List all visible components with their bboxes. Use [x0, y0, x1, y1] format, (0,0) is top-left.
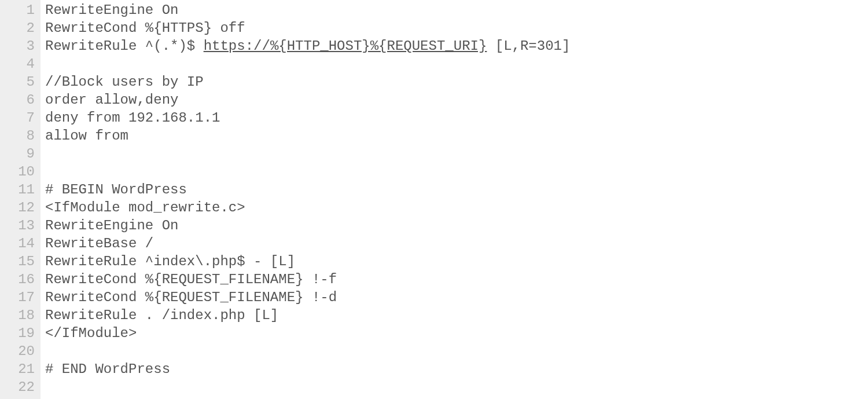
code-text-segment: RewriteRule . /index.php [L]: [45, 308, 278, 323]
code-line[interactable]: //Block users by IP: [45, 73, 868, 91]
code-line[interactable]: deny from 192.168.1.1: [45, 109, 868, 127]
line-number: 3: [0, 37, 41, 55]
code-area[interactable]: RewriteEngine OnRewriteCond %{HTTPS} off…: [41, 0, 868, 399]
code-text-segment: <IfModule mod_rewrite.c>: [45, 200, 245, 215]
code-line[interactable]: [45, 163, 868, 181]
code-line[interactable]: RewriteRule . /index.php [L]: [45, 306, 868, 324]
line-number-gutter: 12345678910111213141516171819202122: [0, 0, 41, 399]
code-text-segment: # BEGIN WordPress: [45, 182, 187, 197]
line-number: 13: [0, 217, 41, 235]
code-text-segment: RewriteCond %{HTTPS} off: [45, 20, 245, 36]
code-text-segment: RewriteCond %{REQUEST_FILENAME} !-f: [45, 272, 337, 287]
code-text-segment: RewriteEngine On: [45, 218, 178, 233]
code-line[interactable]: # BEGIN WordPress: [45, 181, 868, 199]
code-line[interactable]: RewriteCond %{REQUEST_FILENAME} !-d: [45, 288, 868, 306]
code-line[interactable]: RewriteEngine On: [45, 217, 868, 235]
line-number: 12: [0, 199, 41, 217]
line-number: 4: [0, 55, 41, 73]
code-line[interactable]: RewriteCond %{HTTPS} off: [45, 19, 868, 37]
line-number: 8: [0, 127, 41, 145]
code-line[interactable]: RewriteRule ^index\.php$ - [L]: [45, 252, 868, 270]
code-line[interactable]: # END WordPress: [45, 360, 868, 378]
code-line[interactable]: </IfModule>: [45, 324, 868, 342]
code-line[interactable]: allow from: [45, 127, 868, 145]
code-line[interactable]: [45, 145, 868, 163]
line-number: 21: [0, 360, 41, 378]
code-text-segment: RewriteBase /: [45, 236, 153, 251]
line-number: 22: [0, 378, 41, 396]
code-text-segment: # END WordPress: [45, 361, 170, 377]
code-text-segment: </IfModule>: [45, 325, 137, 341]
line-number: 18: [0, 306, 41, 324]
line-number: 16: [0, 270, 41, 288]
line-number: 19: [0, 324, 41, 342]
code-text-segment: [L,R=301]: [487, 38, 570, 54]
code-text-segment: //Block users by IP: [45, 74, 204, 90]
code-line[interactable]: order allow,deny: [45, 91, 868, 109]
code-text-segment: RewriteCond %{REQUEST_FILENAME} !-d: [45, 290, 337, 305]
code-text-segment: RewriteRule ^index\.php$ - [L]: [45, 254, 295, 269]
line-number: 10: [0, 163, 41, 181]
code-text-segment: deny from 192.168.1.1: [45, 110, 220, 126]
code-line[interactable]: RewriteBase /: [45, 235, 868, 252]
code-line[interactable]: <IfModule mod_rewrite.c>: [45, 199, 868, 217]
code-text-segment: order allow,deny: [45, 92, 178, 108]
code-line[interactable]: RewriteEngine On: [45, 1, 868, 19]
code-line[interactable]: [45, 378, 868, 396]
line-number: 1: [0, 1, 41, 19]
line-number: 20: [0, 342, 41, 360]
line-number: 5: [0, 73, 41, 91]
line-number: 6: [0, 91, 41, 109]
code-line[interactable]: RewriteRule ^(.*)$ https://%{HTTP_HOST}%…: [45, 37, 868, 55]
line-number: 17: [0, 288, 41, 306]
line-number: 9: [0, 145, 41, 163]
line-number: 11: [0, 181, 41, 199]
code-line[interactable]: RewriteCond %{REQUEST_FILENAME} !-f: [45, 270, 868, 288]
code-editor[interactable]: 12345678910111213141516171819202122 Rewr…: [0, 0, 868, 399]
code-line[interactable]: [45, 342, 868, 360]
code-text-segment: allow from: [45, 128, 128, 144]
code-text-segment: RewriteRule ^(.*)$: [45, 38, 204, 54]
line-number: 15: [0, 252, 41, 270]
code-text-segment: RewriteEngine On: [45, 2, 178, 18]
code-line[interactable]: [45, 55, 868, 73]
line-number: 14: [0, 235, 41, 252]
line-number: 2: [0, 19, 41, 37]
code-url-segment: https://%{HTTP_HOST}%{REQUEST_URI}: [204, 38, 487, 54]
line-number: 7: [0, 109, 41, 127]
